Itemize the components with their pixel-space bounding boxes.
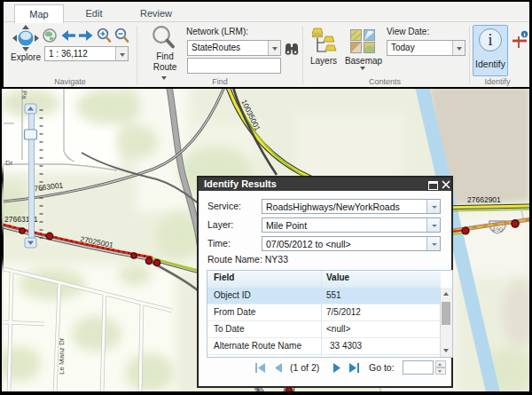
svg-text:Pa: Pa [20,91,28,99]
svg-text:27662901: 27662901 [467,195,501,204]
svg-text:Le Manz Dr: Le Manz Dr [58,337,66,375]
svg-text:i: i [524,31,526,38]
svg-text:Dr: Dr [5,159,13,167]
